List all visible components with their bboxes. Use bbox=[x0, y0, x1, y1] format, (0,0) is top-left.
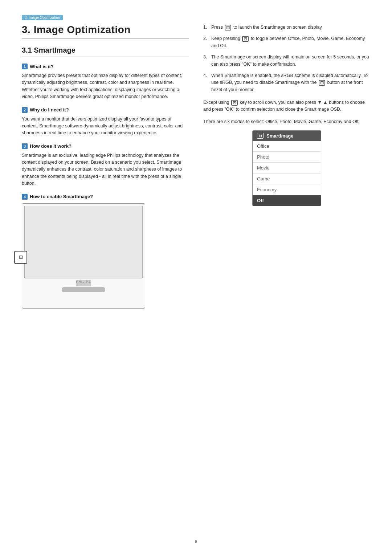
osd-header: ⊡ SmartImage bbox=[253, 131, 321, 141]
step-4-text: When SmartImage is enabled, the sRGB sch… bbox=[211, 72, 370, 93]
section-1-label: What is it? bbox=[30, 64, 54, 69]
steps-list: 1. Press to launch the SmartImage on scr… bbox=[203, 24, 370, 93]
smartimage-icon-4 bbox=[231, 100, 238, 106]
sub-heading: 3.1 SmartImage bbox=[22, 46, 189, 57]
smartimage-icon-1 bbox=[225, 25, 231, 30]
badge-2: 2 bbox=[22, 107, 28, 113]
step-2: 2. Keep pressing to toggle between Offic… bbox=[203, 35, 370, 49]
right-column: 1. Press to launch the SmartImage on scr… bbox=[203, 24, 370, 312]
two-col-layout: 3. Image Optimization 3.1 SmartImage 1 W… bbox=[22, 24, 370, 312]
section-2-body: You want a monitor that delivers optimiz… bbox=[22, 116, 189, 137]
step-1-num: 1. bbox=[203, 24, 208, 31]
osd-item-movie[interactable]: Movie bbox=[253, 163, 321, 174]
step-1-text: Press to launch the SmartImage on screen… bbox=[211, 24, 323, 31]
page-container: 3. Image Optimization 3. Image Optimizat… bbox=[0, 0, 392, 555]
badge-1: 1 bbox=[22, 64, 28, 69]
step-3-text: The SmartImage on screen display will re… bbox=[211, 54, 370, 68]
badge-4: 4 bbox=[22, 194, 28, 200]
step-1: 1. Press to launch the SmartImage on scr… bbox=[203, 24, 370, 31]
step-2-text: Keep pressing to toggle between Office, … bbox=[211, 35, 370, 49]
breadcrumb: 3. Image Optimization bbox=[22, 15, 63, 20]
section-2-label: Why do I need it? bbox=[30, 107, 69, 113]
extra-text-1: Except using key to scroll down, you can… bbox=[203, 99, 370, 113]
section-3-body: SmartImage is an exclusive, leading edge… bbox=[22, 152, 189, 187]
step-3-num: 3. bbox=[203, 54, 208, 68]
osd-dropdown: ⊡ SmartImage Office Photo Movie Game Eco… bbox=[252, 130, 321, 206]
section-3-title: 3 How does it work? bbox=[22, 143, 189, 149]
section-4-title: 4 How to enable SmartImage? bbox=[22, 194, 189, 200]
osd-item-economy[interactable]: Economy bbox=[253, 184, 321, 195]
philips-logo: PHILIPS bbox=[76, 280, 91, 283]
badge-3: 3 bbox=[22, 143, 28, 149]
osd-item-off[interactable]: Off bbox=[253, 195, 321, 206]
page-number: 8 bbox=[195, 539, 197, 544]
osd-header-label: SmartImage bbox=[266, 133, 293, 139]
osd-item-photo[interactable]: Photo bbox=[253, 152, 321, 163]
extra-text-2: There are six modes to select: Office, P… bbox=[203, 118, 370, 125]
monitor-screen bbox=[24, 206, 143, 278]
left-column: 3. Image Optimization 3.1 SmartImage 1 W… bbox=[22, 24, 189, 312]
main-heading: 3. Image Optimization bbox=[22, 24, 189, 39]
section-4-label: How to enable SmartImage? bbox=[30, 194, 93, 199]
section-3-label: How does it work? bbox=[30, 143, 72, 149]
step-4: 4. When SmartImage is enabled, the sRGB … bbox=[203, 72, 370, 93]
monitor-stand-base bbox=[62, 287, 105, 292]
step-4-num: 4. bbox=[203, 72, 208, 93]
osd-item-office[interactable]: Office bbox=[253, 141, 321, 152]
step-2-num: 2. bbox=[203, 35, 208, 49]
osd-header-icon: ⊡ bbox=[257, 133, 264, 139]
section-2-title: 2 Why do I need it? bbox=[22, 107, 189, 113]
smartimage-icon-2 bbox=[242, 36, 249, 42]
monitor-illustration: ⊡ PHILIPS bbox=[22, 203, 145, 309]
section-1-body: SmartImage provides presets that optimiz… bbox=[22, 72, 189, 101]
osd-item-game[interactable]: Game bbox=[253, 174, 321, 184]
smartimage-button-illustration: ⊡ bbox=[14, 251, 27, 264]
smartimage-icon-3 bbox=[319, 80, 325, 86]
step-3: 3. The SmartImage on screen display will… bbox=[203, 54, 370, 68]
section-1-title: 1 What is it? bbox=[22, 64, 189, 69]
